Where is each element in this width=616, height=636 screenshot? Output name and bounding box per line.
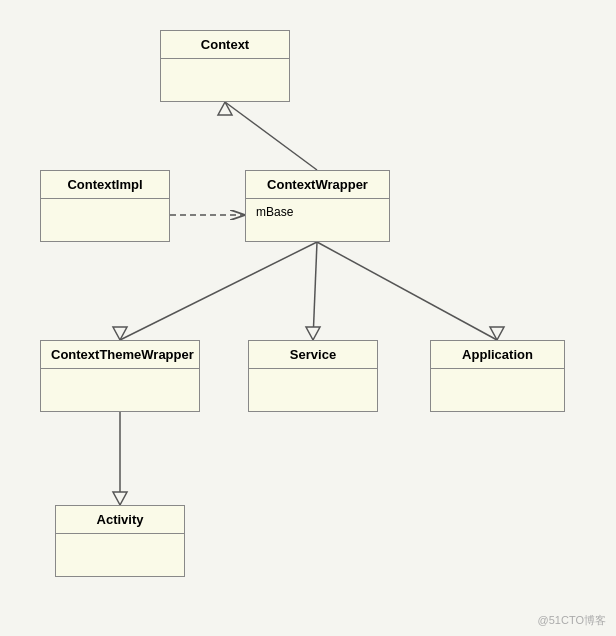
contextimpl-box: ContextImpl	[40, 170, 170, 242]
svg-line-3	[120, 242, 317, 340]
svg-marker-6	[306, 327, 320, 340]
svg-line-7	[317, 242, 497, 340]
application-body	[431, 369, 564, 405]
activity-box: Activity	[55, 505, 185, 577]
contextthemewrapper-body	[41, 369, 199, 405]
context-label: Context	[161, 31, 289, 59]
application-label: Application	[431, 341, 564, 369]
activity-label: Activity	[56, 506, 184, 534]
watermark: @51CTO博客	[538, 613, 606, 628]
service-label: Service	[249, 341, 377, 369]
diagram-container: Context ContextImpl ContextWrapper mBase…	[0, 0, 616, 636]
service-box: Service	[248, 340, 378, 412]
context-body	[161, 59, 289, 95]
contextwrapper-body: mBase	[246, 199, 389, 235]
application-box: Application	[430, 340, 565, 412]
contextwrapper-box: ContextWrapper mBase	[245, 170, 390, 242]
svg-line-5	[313, 242, 317, 340]
contextthemewrapper-box: ContextThemeWrapper	[40, 340, 200, 412]
svg-line-0	[225, 102, 317, 170]
contextwrapper-label: ContextWrapper	[246, 171, 389, 199]
svg-marker-10	[113, 492, 127, 505]
svg-marker-1	[218, 102, 232, 115]
service-body	[249, 369, 377, 405]
activity-body	[56, 534, 184, 570]
svg-marker-4	[113, 327, 127, 340]
svg-marker-8	[490, 327, 504, 340]
context-box: Context	[160, 30, 290, 102]
contextthemewrapper-label: ContextThemeWrapper	[41, 341, 199, 369]
contextimpl-body	[41, 199, 169, 235]
contextimpl-label: ContextImpl	[41, 171, 169, 199]
